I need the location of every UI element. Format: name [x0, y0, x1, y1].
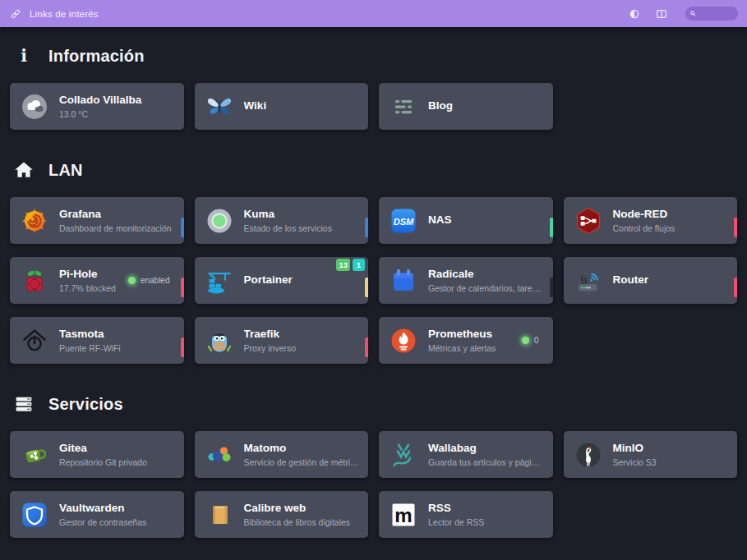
miniflux-icon: m [389, 500, 418, 530]
card-text: Router [613, 273, 730, 287]
card-gitea[interactable]: GiteaRepositorio Git privado [10, 431, 184, 478]
card-node-red[interactable]: Node-REDControl de flujos [564, 197, 738, 244]
card-title: Pi-Hole [59, 268, 125, 282]
card-subtitle: Repositorio Git privado [59, 457, 176, 467]
card-subtitle: Biblioteca de libros digitales [244, 517, 361, 527]
card-radicale[interactable]: RadicaleGestor de calendarios, tareas … [379, 257, 553, 304]
tag-strip [181, 337, 184, 357]
navbar-title: Links de interés [30, 9, 99, 19]
card-subtitle: Gestor de calendarios, tareas … [428, 283, 545, 293]
card-subtitle: Métricas y alertas [428, 343, 519, 353]
status-indicator: 0 [519, 336, 545, 345]
card-subtitle: Dashboard de monitorización [59, 223, 176, 233]
pihole-icon [20, 266, 49, 296]
card-subtitle: Lector de RSS [428, 517, 545, 527]
card-subtitle: Servicio S3 [613, 457, 730, 467]
section-header: LAN [13, 159, 734, 181]
card-text: TraefikProxy inverso [244, 328, 361, 353]
card-nas[interactable]: DSMNAS [379, 197, 553, 244]
butterfly-icon [205, 92, 234, 122]
card-subtitle: Estado de los servicios [244, 223, 361, 233]
card-minio[interactable]: MinIOServicio S3 [564, 431, 738, 478]
calibre-icon [205, 500, 234, 530]
card-title: Calibre web [244, 502, 361, 516]
card-title: Tasmota [59, 328, 176, 342]
card-rss[interactable]: mRSSLector de RSS [379, 491, 553, 538]
card-wiki[interactable]: Wiki [195, 83, 369, 130]
card-text: Calibre webBiblioteca de libros digitale… [244, 502, 361, 527]
search-input[interactable] [699, 9, 734, 18]
card-title: Vaultwarden [59, 502, 176, 516]
card-portainer[interactable]: Portainer131 [195, 257, 369, 304]
card-grafana[interactable]: GrafanaDashboard de monitorización [10, 197, 184, 244]
section-header: Servicios [13, 393, 734, 415]
section-lan: LANGrafanaDashboard de monitorizaciónKum… [10, 159, 737, 364]
card-title: Node-RED [613, 208, 730, 222]
tag-strip [734, 278, 737, 297]
card-subtitle: 13.0 °C [59, 109, 176, 119]
card-title: Kuma [244, 208, 361, 222]
tag-strip [365, 337, 368, 357]
card-title: Gitea [59, 442, 176, 456]
card-subtitle: Proxy inverso [244, 343, 361, 353]
card-text: Pi-Hole17.7% blocked [59, 268, 125, 293]
card-prometheus[interactable]: PrometheusMétricas y alertas0 [379, 317, 553, 364]
matomo-icon [205, 440, 234, 470]
tag-strip [365, 218, 368, 237]
card-grid: GiteaRepositorio Git privadoMatomoServic… [10, 431, 737, 538]
badge-group: 131 [336, 259, 365, 271]
card-pi-hole[interactable]: Pi-Hole17.7% blockedenabled [10, 257, 184, 304]
card-kuma[interactable]: KumaEstado de los servicios [195, 197, 369, 244]
layout-toggle[interactable] [655, 7, 668, 21]
card-collado-villalba[interactable]: Collado Villalba13.0 °C [10, 83, 184, 130]
card-text: MinIOServicio S3 [613, 442, 730, 467]
server-stack-icon [13, 393, 35, 415]
tasmota-icon [20, 326, 49, 356]
navbar: Links de interés [0, 0, 747, 27]
card-traefik[interactable]: TraefikProxy inverso [195, 317, 369, 364]
card-grid: Collado Villalba13.0 °CWikiBlog [10, 83, 737, 130]
card-title: Traefik [244, 328, 361, 342]
card-text: PrometheusMétricas y alertas [428, 328, 519, 353]
card-vaultwarden[interactable]: VaultwardenGestor de contraseñas [10, 491, 184, 538]
card-wallabag[interactable]: WallabagGuarda tus artículos y páginas… [379, 431, 553, 478]
card-matomo[interactable]: MatomoServicio de gestión de métric… [195, 431, 369, 478]
status-dot [522, 337, 529, 344]
card-text: Blog [428, 99, 545, 113]
card-text: TasmotaPuente RF-WiFi [59, 328, 176, 353]
columns-icon [655, 7, 668, 21]
card-subtitle: Control de flujos [613, 223, 730, 233]
grafana-icon [20, 206, 49, 236]
section-title: Información [48, 47, 145, 66]
card-text: NAS [428, 213, 545, 227]
card-blog[interactable]: Blog [379, 83, 553, 130]
card-title: Blog [428, 99, 545, 113]
card-calibre-web[interactable]: Calibre webBiblioteca de libros digitale… [195, 491, 369, 538]
card-title: Prometheus [428, 328, 519, 342]
card-text: MatomoServicio de gestión de métric… [244, 442, 361, 467]
calendar-icon [389, 266, 418, 296]
gitea-icon [20, 440, 49, 470]
card-tasmota[interactable]: TasmotaPuente RF-WiFi [10, 317, 184, 364]
router-icon [574, 266, 603, 296]
prometheus-icon [389, 326, 418, 356]
card-title: Wiki [244, 99, 361, 113]
search-box[interactable] [685, 7, 738, 21]
card-title: Radicale [428, 268, 545, 282]
portainer-icon [205, 266, 234, 296]
card-text: VaultwardenGestor de contraseñas [59, 502, 176, 527]
card-subtitle: 17.7% blocked [59, 283, 125, 293]
section-title: LAN [48, 161, 83, 180]
section-header: iInformación [13, 45, 734, 67]
card-subtitle: Servicio de gestión de métric… [244, 457, 361, 467]
svg-text:m: m [394, 503, 412, 526]
tag-strip [734, 218, 737, 237]
status-text: 0 [534, 336, 539, 345]
card-title: Collado Villalba [59, 94, 176, 108]
card-router[interactable]: Router [564, 257, 738, 304]
weather-cloud-icon [20, 92, 49, 122]
badge: 1 [353, 259, 365, 271]
dark-mode-toggle[interactable] [628, 7, 641, 21]
card-text: Collado Villalba13.0 °C [59, 94, 176, 119]
card-text: KumaEstado de los servicios [244, 208, 361, 233]
